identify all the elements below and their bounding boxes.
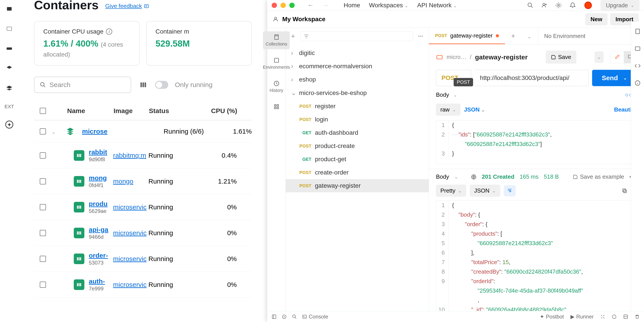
row-checkbox[interactable]	[40, 204, 46, 210]
request-item[interactable]: GETproduct-get	[286, 152, 429, 166]
dev-nav-icon[interactable]	[5, 64, 14, 73]
docs-rail-icon[interactable]	[634, 28, 641, 34]
runner-button[interactable]: ▶ Runner	[570, 314, 594, 320]
feedback-link[interactable]: Give feedback	[105, 3, 149, 10]
table-row[interactable]: rabbit9d90f8 rabbitmq:m Running 0.4%	[34, 143, 252, 168]
raw-select[interactable]: raw ⌄	[436, 104, 460, 116]
search-input[interactable]: Search	[34, 77, 131, 93]
collection-item[interactable]: ⌄micro-services-be-eshop	[286, 86, 429, 100]
container-name-link[interactable]: produ	[89, 200, 113, 208]
row-checkbox[interactable]	[40, 282, 46, 288]
more-options-icon[interactable]: •••	[418, 34, 423, 38]
image-link[interactable]: mongo	[113, 178, 134, 185]
copy-icon[interactable]	[622, 188, 628, 194]
columns-view-button[interactable]	[138, 80, 148, 90]
collection-item[interactable]: ›eshop	[286, 73, 429, 86]
workspace-name[interactable]: My Workspace	[282, 16, 326, 23]
invite-icon[interactable]	[541, 2, 548, 8]
response-body-viewer[interactable]: 1{2 "body": {3 "order": {4 "products": […	[436, 200, 637, 315]
table-row[interactable]: api-ga9466d microservic Running 0%	[34, 220, 252, 246]
window-maximize-icon[interactable]	[289, 3, 294, 8]
row-checkbox[interactable]	[40, 256, 46, 262]
row-checkbox[interactable]	[40, 128, 46, 134]
add-collection-button[interactable]: +	[291, 32, 295, 40]
request-item[interactable]: POSTlogin	[286, 113, 429, 126]
container-name-link[interactable]: api-ga	[89, 226, 113, 234]
row-checkbox[interactable]	[40, 178, 46, 184]
request-item[interactable]: POSTproduct-create	[286, 139, 429, 152]
collection-item[interactable]: ›digitic	[286, 46, 429, 60]
image-link[interactable]: microservic	[113, 255, 147, 262]
row-checkbox[interactable]	[40, 230, 46, 236]
resp-json-select[interactable]: JSON ⌄	[470, 185, 500, 197]
notifications-icon[interactable]	[570, 2, 576, 8]
response-body-tab[interactable]: Body	[436, 173, 449, 180]
window-minimize-icon[interactable]	[280, 3, 286, 8]
col-image[interactable]: Image	[114, 107, 149, 114]
request-tab[interactable]: POST gateway-register	[429, 28, 505, 44]
method-select[interactable]: POST ⌄ POST	[436, 70, 471, 86]
new-button[interactable]: New	[585, 13, 608, 26]
nav-back-icon[interactable]: ←	[308, 2, 314, 9]
info-rail-icon[interactable]	[634, 80, 641, 86]
send-button[interactable]: Send⌄	[592, 70, 637, 86]
nav-forward-icon[interactable]: →	[322, 2, 329, 9]
expand-icon[interactable]: ⌄	[52, 130, 56, 134]
table-row[interactable]: produ5629ae microservic Running 0%	[34, 194, 252, 220]
breadcrumb-parent[interactable]: micro…	[446, 54, 466, 60]
capture-icon[interactable]	[600, 314, 605, 319]
container-name-link[interactable]: auth-	[89, 278, 113, 285]
more-rail[interactable]	[271, 101, 282, 112]
request-body-editor[interactable]: 1{2····"ids": ["660925887e2142fff33d62c3…	[436, 120, 637, 164]
table-row[interactable]: auth-7e999 microservic Running 0%	[34, 272, 252, 298]
url-input[interactable]: http://localhost:3003/product/api/	[474, 70, 588, 86]
tab-options-button[interactable]: ⌄	[521, 28, 537, 44]
image-link[interactable]: microservic	[113, 204, 147, 211]
cookies-icon[interactable]	[612, 314, 616, 319]
collection-item[interactable]: ›ecommerce-normalversion	[286, 60, 429, 73]
image-link[interactable]: microservic	[113, 229, 147, 236]
request-item[interactable]: POSTregister	[286, 100, 429, 113]
request-item[interactable]: POSTgateway-register	[286, 179, 429, 192]
postbot-button[interactable]: ✦ Postbot	[540, 314, 564, 320]
select-all-checkbox[interactable]	[40, 108, 46, 114]
code-rail-icon[interactable]	[634, 63, 641, 69]
console-button[interactable]: Console	[302, 314, 328, 320]
volumes-nav-icon[interactable]	[5, 44, 14, 53]
edit-icon[interactable]	[611, 51, 624, 63]
col-name[interactable]: Name	[65, 107, 114, 114]
home-menu[interactable]: Home	[344, 2, 360, 9]
request-item[interactable]: GETauth-dashboard	[286, 126, 429, 139]
api-network-menu[interactable]: API Network ⌄	[417, 2, 457, 9]
save-dropdown[interactable]: ⌄	[594, 52, 604, 63]
container-name-link[interactable]: rabbit	[89, 148, 113, 156]
trash-icon[interactable]	[635, 314, 640, 319]
layout-icon[interactable]	[623, 314, 628, 319]
table-row[interactable]: mong0fd4f1 mongo Running 1.21%	[34, 168, 252, 194]
extensions-label[interactable]: EXT	[5, 104, 14, 110]
wrap-button[interactable]	[504, 185, 516, 196]
new-tab-button[interactable]: +	[505, 28, 522, 44]
save-button[interactable]: Save	[546, 50, 576, 64]
history-rail[interactable]: History	[267, 78, 286, 96]
save-example-button[interactable]: Save as example	[573, 173, 624, 180]
body-tab[interactable]: Body	[436, 92, 449, 98]
window-close-icon[interactable]	[272, 3, 277, 8]
image-link[interactable]: rabbitmq:m	[113, 152, 146, 159]
container-name-link[interactable]: order-	[89, 252, 113, 259]
image-link[interactable]: microservic	[113, 281, 147, 288]
containers-nav-icon[interactable]	[5, 4, 14, 13]
container-name-link[interactable]: mong	[89, 174, 113, 182]
json-select[interactable]: JSON ⌄	[464, 106, 485, 113]
info-icon[interactable]: i	[106, 28, 112, 35]
panel-toggle-icon[interactable]	[272, 314, 276, 319]
row-checkbox[interactable]	[40, 152, 46, 158]
request-item[interactable]: POSTcreate-order	[286, 166, 429, 179]
upgrade-button[interactable]: Upgrade ⌄	[600, 0, 640, 11]
add-extension-button[interactable]: +	[5, 120, 13, 128]
table-row[interactable]: order-53073 microservic Running 0%	[34, 246, 252, 272]
container-name-link[interactable]: microse	[82, 128, 108, 135]
images-nav-icon[interactable]	[5, 24, 14, 33]
pretty-select[interactable]: Pretty ⌄	[436, 185, 466, 197]
table-row[interactable]: ⌄ microse Running (6/6) 1.61%	[34, 120, 252, 143]
